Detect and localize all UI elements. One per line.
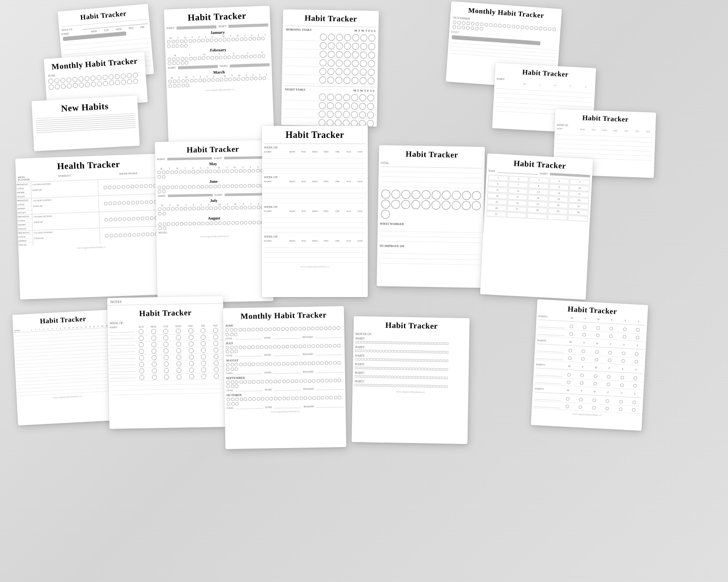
habit-label-a: HABIT: <box>166 27 175 30</box>
habit-col-bl: HABIT <box>14 329 29 332</box>
habit-label-date: HABIT: <box>540 172 548 175</box>
week-of-1: WEEK OF: <box>262 145 368 150</box>
week-of-4: WEEK OF: <box>262 234 368 239</box>
week-of-3: WEEK OF: <box>262 204 368 209</box>
page-habit-tracker-morning: Habit Tracker MORNING TASKS MTWTFSS NIGH… <box>281 9 379 126</box>
watermark-center: www.organizedyourhome.co <box>262 263 368 268</box>
date-label: DATE: <box>489 170 496 173</box>
page-title-month: Habit Tracker <box>354 316 470 333</box>
page-title-monthly-center: Monthly Habit Tracker <box>223 306 344 323</box>
page-title-notes: Habit Tracker <box>107 304 223 321</box>
page-habit-tracker-goal: Habit Tracker GOAL WHAT WORKED TO IMPROV… <box>377 145 485 288</box>
page-habit-tracker-bottom-left: Habit Tracker HABIT 12345 678910 1112131… <box>12 310 118 425</box>
page-title-goal: Habit Tracker <box>379 145 485 162</box>
to-improve-label: TO IMPROVE ON <box>377 242 483 250</box>
page-habit-tracker-notes: NOTES Habit Tracker WEEK OF: HABIT SUN M… <box>107 296 226 429</box>
page-health-tracker: Health Tracker MENU PLANNER WORKOUT WATE… <box>15 154 166 300</box>
page-title-morning: Habit Tracker <box>283 9 378 26</box>
page-title-may-aug: Habit Tracker <box>155 140 271 157</box>
week-of-2: WEEK OF: <box>262 174 368 180</box>
habit-label-b: HABIT: <box>218 25 227 28</box>
habit-label-c: HABIT: <box>168 66 176 70</box>
page-title-center: Habit Tracker <box>262 126 368 142</box>
page-habit-tracker-right-bottom: Habit Tracker HABITS M T W F S S HABITS … <box>531 299 648 430</box>
page-habit-tracker-center: Habit Tracker WEEK OF: HABIT MON TUE WED… <box>262 126 368 297</box>
page-new-habits: New Habits <box>32 96 140 152</box>
page-habit-tracker-month: Habit Tracker MONTH OF: HABIT: HABIT: HA… <box>352 316 470 444</box>
habit-label-d: HABIT: <box>220 64 228 68</box>
page-habit-tracker-may-aug: Habit Tracker HABIT: HABIT: May MTWTFSS … <box>155 140 274 303</box>
page-monthly-habit-tracker-center: Monthly Habit Tracker JUNE GOAL DONE REW… <box>223 306 347 449</box>
what-worked-label: WHAT WORKED <box>378 220 484 228</box>
page-habit-tracker-jan-feb: Habit Tracker HABIT: HABIT: January MTWT… <box>164 6 275 150</box>
page-habit-tracker-date: Habit Tracker DATE: HABIT: 1 2 3 4 5 6 7… <box>480 154 593 300</box>
